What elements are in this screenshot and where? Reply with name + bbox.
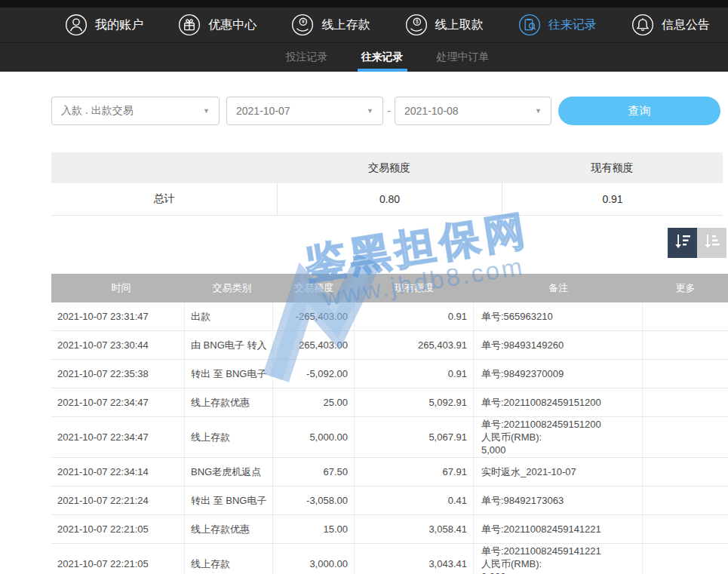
type-cell: BNG老虎机返点 [185,458,273,486]
more-cell[interactable] [643,417,728,457]
more-cell[interactable] [643,331,728,359]
summary-header-row: 交易额度 现有额度 [51,152,723,183]
sort-amount-asc-icon [702,232,722,254]
sort-amount-desc-icon [673,232,693,254]
type-cell: 转出 至 BNG电子 [185,487,273,514]
gift-icon [178,14,201,36]
tab-label: 往来记录 [361,51,404,64]
table-row: 2021-10-07 23:31:47 出款 -265,403.00 0.91 … [51,302,728,331]
remark-line: 5,000 [481,444,601,456]
nav-item-label: 信息公告 [662,17,710,33]
type-cell: 出款 [185,302,273,330]
summary-header-transaction: 交易额度 [277,161,502,175]
balance-cell: 0.91 [355,360,474,388]
time-cell: 2021-10-07 22:34:47 [51,417,185,457]
remark-line: 单号:202110082459141221 [481,545,601,557]
nav-item-label: 往来记录 [548,17,597,33]
remark-line: 人民币(RMB): [481,431,601,444]
type-cell: 线上存款 [185,544,273,574]
remark-cell: 单号:98492370009 [474,360,643,388]
more-cell[interactable] [643,360,728,388]
more-cell[interactable] [643,458,728,486]
amount-cell: 265,403.00 [273,331,355,359]
selected-value: 2021-10-08 [404,105,459,117]
amount-cell: -3,058.00 [273,487,355,514]
header-type: 交易类别 [185,281,273,295]
remark-cell: 单号:202110082459141221 [474,515,643,543]
tab-transaction-records[interactable]: 往来记录 [358,43,407,72]
amount-cell: 25.00 [273,388,355,416]
amount-cell: -265,403.00 [273,302,355,330]
amount-cell: -5,092.00 [273,360,355,388]
remark-cell: 单号:98492173063 [474,487,643,514]
sort-ascending-button[interactable] [697,228,726,258]
account-records-page: 我的账户 优惠中心 ¥ 线上存款 $ 线上取款 往来记录 信息公告 投注记录 往… [0,0,728,574]
remark-line: 3,000 [481,570,601,574]
type-cell: 由 BNG电子 转入 [185,331,273,359]
more-cell[interactable] [643,515,728,543]
nav-item-records[interactable]: 往来记录 [518,14,597,36]
remark-cell: 实时返水_2021-10-07 [474,458,643,486]
table-row: 2021-10-07 23:30:44 由 BNG电子 转入 265,403.0… [51,331,728,360]
sort-descending-button[interactable] [668,228,697,258]
remark-line: 单号:202110082459151200 [481,418,601,431]
table-header-row: 时间 交易类别 交易额度 现有额度 备注 更多 [51,274,728,302]
chevron-down-icon: ▼ [535,107,542,115]
more-cell[interactable] [643,544,728,574]
amount-cell: 15.00 [273,515,355,543]
more-cell[interactable] [643,388,728,416]
time-cell: 2021-10-07 22:21:05 [51,544,185,574]
date-from-select[interactable]: 2021-10-07 ▼ [226,97,383,125]
tab-label: 处理中订单 [437,51,490,64]
nav-item-my-account[interactable]: 我的账户 [65,14,143,36]
table-row: 2021-10-07 22:21:05 线上存款 3,000.00 3,043.… [51,544,728,574]
svg-text:¥: ¥ [302,19,305,24]
nav-item-withdraw[interactable]: $ 线上取款 [405,14,484,36]
transactions-table: 时间 交易类别 交易额度 现有额度 备注 更多 2021-10-07 23:31… [51,274,728,574]
tab-processing-orders[interactable]: 处理中订单 [433,43,493,72]
more-cell[interactable] [643,487,728,514]
table-row: 2021-10-07 22:21:05 线上存款优惠 15.00 3,058.4… [51,515,728,544]
remark-cell: 单号:202110082459151200 人民币(RMB): 5,000 [474,417,643,457]
user-icon [65,14,88,36]
table-row: 2021-10-07 22:21:24 转出 至 BNG电子 -3,058.00… [51,487,728,515]
more-cell[interactable] [643,302,728,330]
summary-balance-total: 0.91 [502,183,723,215]
remark-cell: 单号:565963210 [474,302,643,330]
summary-table: 交易额度 现有额度 总计 0.80 0.91 [51,152,723,216]
time-cell: 2021-10-07 22:21:05 [51,515,185,543]
summary-header-balance: 现有额度 [502,161,723,175]
table-row: 2021-10-07 22:34:14 BNG老虎机返点 67.50 67.91… [51,458,728,487]
header-balance: 现有额度 [355,281,474,295]
summary-total-label: 总计 [51,192,277,206]
records-icon [518,14,541,36]
type-cell: 转出 至 BNG电子 [185,360,273,388]
svg-text:$: $ [416,19,419,24]
transaction-type-select[interactable]: 入款 . 出款交易 ▼ [51,97,220,125]
summary-transaction-total: 0.80 [277,183,502,215]
time-cell: 2021-10-07 22:34:47 [51,388,185,416]
search-button[interactable]: 查询 [558,97,720,125]
nav-item-label: 我的账户 [95,17,143,33]
nav-item-deposit[interactable]: ¥ 线上存款 [291,14,370,36]
balance-cell: 5,092.91 [355,388,474,416]
header-remark: 备注 [474,281,643,295]
balance-cell: 3,058.41 [355,515,474,543]
content-area: 入款 . 出款交易 ▼ 2021-10-07 ▼ - 2021-10-08 ▼ … [0,97,728,574]
bell-icon [631,14,654,36]
header-amount: 交易额度 [273,281,355,295]
withdraw-icon: $ [405,14,428,36]
nav-item-announcements[interactable]: 信息公告 [631,14,710,36]
amount-cell: 5,000.00 [273,417,355,457]
balance-cell: 3,043.41 [355,544,474,574]
type-cell: 线上存款 [185,417,273,457]
summary-total-row: 总计 0.80 0.91 [51,183,723,216]
tab-betting-records[interactable]: 投注记录 [282,43,332,72]
table-row: 2021-10-07 22:35:38 转出 至 BNG电子 -5,092.00… [51,360,728,388]
sub-nav: 投注记录 往来记录 处理中订单 [0,43,728,72]
nav-item-promotions[interactable]: 优惠中心 [178,14,256,36]
time-cell: 2021-10-07 23:31:47 [51,302,185,330]
date-to-select[interactable]: 2021-10-08 ▼ [395,97,551,125]
selected-value: 入款 . 出款交易 [61,104,134,118]
nav-item-label: 线上取款 [435,17,484,33]
